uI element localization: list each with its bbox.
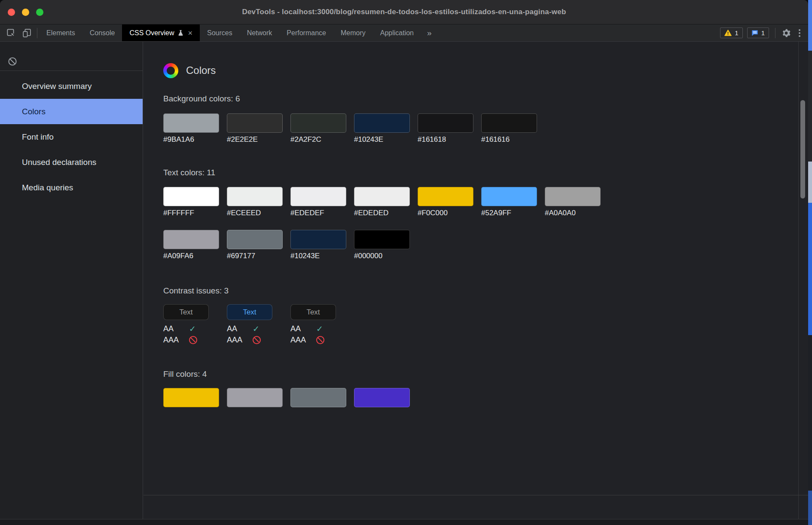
tab-elements[interactable]: Elements: [39, 24, 82, 41]
pass-check-icon: ✓: [316, 325, 342, 333]
chat-bubble-icon: [751, 30, 758, 37]
colors-header: Colors: [163, 63, 808, 78]
desktop-edge-segment: [808, 491, 812, 525]
fill-colors-section: Fill colors: 4: [163, 369, 808, 407]
tab-css-overview[interactable]: CSS Overview×: [122, 24, 200, 41]
more-tabs-button[interactable]: »: [421, 24, 438, 41]
color-swatch[interactable]: [418, 187, 473, 206]
clear-overview-button[interactable]: [7, 56, 18, 67]
color-swatch[interactable]: [354, 113, 410, 133]
color-swatch[interactable]: [545, 187, 601, 206]
minimize-window-button[interactable]: [22, 9, 29, 16]
tab-sources[interactable]: Sources: [200, 24, 240, 41]
contrast-issues-title: Contrast issues: 3: [163, 286, 808, 296]
colors-content: Colors Background colors: 6 #9BA1A6#2E2E…: [143, 42, 808, 525]
aaa-label: AAA: [290, 336, 316, 345]
toolbar-divider: [775, 28, 775, 38]
swatch-hex-label: #ECEEED: [227, 209, 283, 217]
text-colors-section: Text colors: 11 #FFFFFF#ECEEED#EDEDEF#ED…: [163, 168, 808, 260]
page-title: Colors: [186, 64, 216, 76]
fail-block-icon: [253, 336, 261, 344]
aa-label: AA: [227, 324, 253, 333]
tab-console[interactable]: Console: [82, 24, 122, 41]
tab-application[interactable]: Application: [373, 24, 421, 41]
contrast-ratings: AA✓AAA: [290, 324, 342, 345]
swatch-hex-label: #161618: [418, 135, 473, 144]
vertical-scrollbar-track[interactable]: [798, 42, 807, 525]
color-swatch[interactable]: [354, 187, 410, 206]
sidebar-item-colors[interactable]: Colors: [0, 99, 143, 124]
background-colors-title: Background colors: 6: [163, 94, 808, 104]
swatch-hex-label: #10243E: [290, 252, 346, 260]
swatch-hex-label: #A0A0A0: [545, 209, 601, 217]
color-swatch[interactable]: [163, 113, 219, 133]
zoom-window-button[interactable]: [36, 9, 43, 16]
color-swatch[interactable]: [481, 187, 537, 206]
css-overview-panel: Overview summaryColorsFont infoUnused de…: [0, 42, 808, 525]
background-colors-section: Background colors: 6 #9BA1A6#2E2E2E#2A2F…: [163, 94, 808, 144]
color-swatch[interactable]: [290, 113, 346, 133]
color-swatch[interactable]: [354, 388, 410, 407]
swatch-cell: #000000: [354, 230, 410, 260]
warnings-badge[interactable]: 1: [720, 27, 742, 38]
tab-label: Sources: [207, 29, 232, 37]
content-bottom-divider: [143, 495, 808, 495]
color-swatch[interactable]: [227, 230, 283, 249]
tab-performance[interactable]: Performance: [279, 24, 333, 41]
window-bottom-strip: [0, 519, 808, 525]
tab-memory[interactable]: Memory: [333, 24, 373, 41]
device-toolbar-button[interactable]: [22, 28, 32, 38]
color-swatch[interactable]: [354, 230, 410, 249]
devtools-tabbar: ElementsConsoleCSS Overview×SourcesNetwo…: [0, 24, 808, 42]
close-window-button[interactable]: [8, 9, 15, 16]
fill-colors-title: Fill colors: 4: [163, 369, 808, 379]
fail-block-icon: [316, 336, 324, 344]
sidebar-item-media-queries[interactable]: Media queries: [0, 175, 143, 200]
color-swatch[interactable]: [227, 113, 283, 133]
swatch-cell: [227, 388, 283, 407]
desktop-edge-segment: [808, 335, 812, 491]
swatch-cell: #52A9FF: [481, 187, 537, 217]
window-titlebar: DevTools - localhost:3000/blog/resumen-d…: [0, 0, 808, 24]
contrast-issue-item: TextAA✓AAA: [290, 304, 354, 345]
color-swatch[interactable]: [418, 113, 473, 133]
swatch-cell: #9BA1A6: [163, 113, 219, 144]
contrast-sample-chip: Text: [227, 304, 272, 320]
contrast-ratings: AA✓AAA: [227, 324, 278, 345]
color-swatch[interactable]: [163, 230, 219, 249]
tab-close-icon[interactable]: ×: [188, 29, 192, 37]
swatch-hex-label: #697177: [227, 252, 283, 260]
text-colors-title: Text colors: 11: [163, 168, 808, 177]
tab-network[interactable]: Network: [240, 24, 280, 41]
sidebar-item-overview-summary[interactable]: Overview summary: [0, 73, 143, 99]
swatch-hex-label: #000000: [354, 252, 410, 260]
color-swatch[interactable]: [290, 230, 346, 249]
tab-label: Network: [247, 29, 272, 37]
swatch-cell: [290, 388, 346, 407]
css-overview-sidebar: Overview summaryColorsFont infoUnused de…: [0, 42, 143, 525]
inspect-element-button[interactable]: [6, 28, 16, 38]
swatch-cell: #161618: [418, 113, 473, 144]
warning-triangle-icon: [724, 30, 732, 36]
color-swatch[interactable]: [163, 388, 219, 407]
color-swatch[interactable]: [163, 187, 219, 206]
color-swatch[interactable]: [227, 187, 283, 206]
messages-badge[interactable]: 1: [747, 27, 769, 38]
sidebar-item-label: Colors: [22, 107, 46, 116]
sidebar-item-label: Font info: [22, 132, 54, 142]
vertical-scrollbar-thumb[interactable]: [800, 100, 805, 198]
sidebar-item-font-info[interactable]: Font info: [0, 124, 143, 150]
kebab-menu-icon[interactable]: [795, 29, 804, 37]
color-swatch[interactable]: [227, 388, 283, 407]
fail-block-icon: [189, 336, 197, 344]
swatch-cell: [163, 388, 219, 407]
sidebar-item-unused-declarations[interactable]: Unused declarations: [0, 150, 143, 175]
color-swatch[interactable]: [481, 113, 537, 133]
window-title: DevTools - localhost:3000/blog/resumen-d…: [242, 8, 566, 16]
color-swatch[interactable]: [290, 187, 346, 206]
color-swatch[interactable]: [290, 388, 346, 407]
swatch-cell: #2E2E2E: [227, 113, 283, 144]
swatch-hex-label: #2A2F2C: [290, 135, 346, 144]
settings-gear-icon[interactable]: [781, 28, 791, 38]
swatch-cell: #10243E: [354, 113, 410, 144]
